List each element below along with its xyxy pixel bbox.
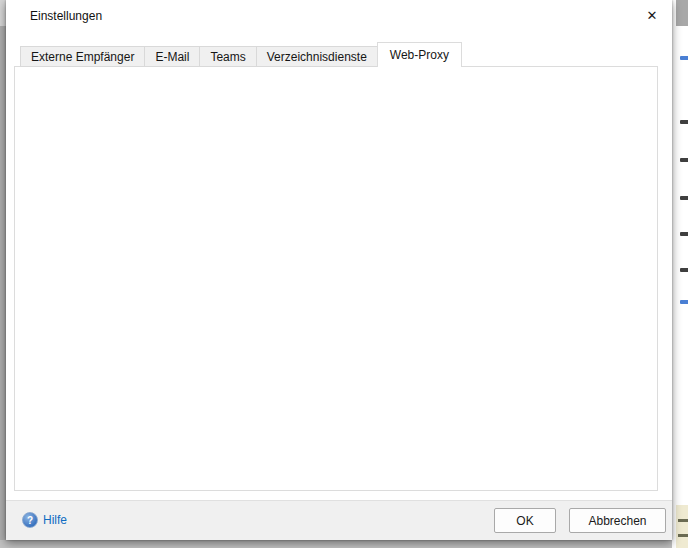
background-window-fragment (680, 300, 688, 304)
help-label: Hilfe (43, 513, 67, 527)
background-window-fragment (680, 158, 688, 162)
dialog-title: Einstellungen (30, 9, 102, 23)
tab-externe-empfaenger[interactable]: Externe Empfänger (20, 46, 145, 67)
tab-web-proxy[interactable]: Web-Proxy (377, 42, 462, 67)
dialog-footer: ? Hilfe OK Abbrechen (6, 500, 672, 540)
background-window-right-strip (672, 0, 688, 548)
cancel-button[interactable]: Abbrechen (569, 508, 666, 533)
settings-dialog: Einstellungen ✕ Externe Empfänger E-Mail… (6, 0, 672, 540)
tab-bar: Externe Empfänger E-Mail Teams Verzeichn… (20, 42, 461, 67)
background-window-fragment (676, 505, 688, 548)
tab-email[interactable]: E-Mail (144, 46, 200, 67)
background-window-fragment (680, 268, 688, 272)
background-window-fragment (676, 0, 688, 26)
background-window-fragment (680, 56, 688, 60)
titlebar[interactable]: Einstellungen ✕ (6, 0, 672, 32)
background-window-bottom-strip (0, 540, 688, 548)
background-window-fragment (680, 120, 688, 124)
background-window-fragment (680, 196, 688, 200)
ok-button[interactable]: OK (494, 508, 556, 533)
help-icon: ? (22, 512, 38, 528)
help-link[interactable]: ? Hilfe (22, 512, 67, 528)
background-window-fragment (680, 232, 688, 236)
close-icon[interactable]: ✕ (632, 0, 672, 30)
tab-content-panel (14, 66, 658, 491)
tab-verzeichnisdienste[interactable]: Verzeichnisdienste (256, 46, 378, 67)
tab-teams[interactable]: Teams (199, 46, 256, 67)
